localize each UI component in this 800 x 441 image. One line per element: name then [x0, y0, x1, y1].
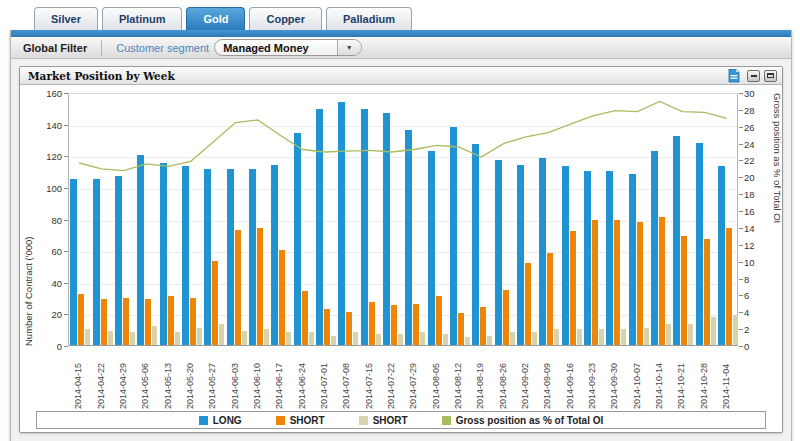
- bar-long: [584, 171, 591, 345]
- bar-short: [711, 317, 716, 345]
- tab-palladium[interactable]: Palladium: [326, 7, 412, 30]
- y-tick-mark-left: [64, 220, 68, 221]
- panel-header: Market Position by Week: [20, 67, 782, 85]
- plot-area: [68, 93, 738, 346]
- legend-item: SHORT: [276, 415, 325, 426]
- global-filter-label: Global Filter: [11, 42, 101, 54]
- y-tick-label-right: 22: [744, 155, 755, 166]
- bar-short: [525, 263, 531, 345]
- bar-short: [108, 331, 113, 345]
- print-icon[interactable]: [728, 69, 740, 83]
- y-tick-mark-left: [64, 93, 68, 94]
- y-tick-label-right: 8: [744, 274, 749, 285]
- bar-short: [465, 337, 470, 345]
- bar-short: [420, 332, 425, 345]
- legend-label: Gross position as % of Total OI: [456, 415, 604, 426]
- bar-short: [487, 336, 492, 345]
- x-tick-label: 2014-07-15: [364, 351, 374, 409]
- bar-short: [175, 332, 180, 345]
- minimize-icon[interactable]: [747, 70, 760, 82]
- legend-swatch: [359, 416, 368, 425]
- tab-gold[interactable]: Gold: [186, 7, 245, 30]
- bar-short: [369, 302, 375, 345]
- bar-long: [182, 166, 189, 345]
- customer-segment-value: Managed Money: [215, 42, 337, 54]
- bar-long: [405, 130, 412, 345]
- x-tick-label: 2014-04-29: [118, 351, 128, 409]
- bar-short: [644, 328, 649, 345]
- x-tick-label: 2014-08-26: [498, 351, 508, 409]
- x-tick-label: 2014-06-10: [252, 351, 262, 409]
- x-tick-label: 2014-05-20: [185, 351, 195, 409]
- bar-long: [160, 163, 167, 345]
- y-tick-mark-right: [739, 346, 743, 347]
- bar-long: [249, 169, 256, 345]
- y-tick-mark-left: [64, 283, 68, 284]
- y-tick-label-right: 16: [744, 206, 755, 217]
- bar-long: [70, 179, 77, 345]
- bar-short: [726, 228, 732, 345]
- customer-segment-dropdown[interactable]: Managed Money ▼: [214, 39, 362, 56]
- bar-short: [302, 291, 308, 345]
- y-tick-label-right: 2: [744, 324, 749, 335]
- x-tick-label: 2014-10-28: [699, 351, 709, 409]
- y-tick-mark-right: [739, 160, 743, 161]
- bar-short: [130, 332, 135, 345]
- bar-short: [436, 296, 442, 345]
- y-tick-label-left: 60: [20, 246, 62, 257]
- y-tick-mark-right: [739, 110, 743, 111]
- y-tick-mark-left: [64, 125, 68, 126]
- bar-short: [309, 332, 314, 345]
- bar-short: [391, 305, 397, 345]
- legend-label: SHORT: [373, 415, 408, 426]
- y-tick-label-right: 28: [744, 105, 755, 116]
- tab-silver[interactable]: Silver: [34, 7, 98, 30]
- bar-long: [204, 169, 211, 345]
- tab-copper[interactable]: Copper: [249, 7, 322, 30]
- bar-short: [152, 326, 157, 345]
- y-tick-mark-right: [739, 329, 743, 330]
- bar-short: [353, 332, 358, 345]
- legend-label: LONG: [213, 415, 242, 426]
- x-tick-label: 2014-06-24: [297, 351, 307, 409]
- y-tick-label-right: 6: [744, 290, 749, 301]
- right-axis-title: Gross position as % of Total OI: [772, 93, 783, 346]
- y-tick-label-right: 12: [744, 240, 755, 251]
- x-tick-label: 2014-09-23: [587, 351, 597, 409]
- x-tick-label: 2014-08-12: [453, 351, 463, 409]
- y-tick-mark-left: [64, 251, 68, 252]
- legend-swatch: [276, 416, 285, 425]
- legend-item: LONG: [199, 415, 242, 426]
- bar-short: [264, 329, 269, 345]
- x-tick-label: 2014-07-29: [408, 351, 418, 409]
- gridline: [69, 126, 737, 127]
- legend-label: SHORT: [290, 415, 325, 426]
- y-tick-mark-left: [64, 314, 68, 315]
- y-tick-mark-right: [739, 127, 743, 128]
- y-tick-label-left: 80: [20, 215, 62, 226]
- x-tick-label: 2014-05-06: [140, 351, 150, 409]
- global-filter-bar: Global Filter Customer segment Managed M…: [11, 37, 791, 59]
- x-tick-label: 2014-10-21: [676, 351, 686, 409]
- chevron-down-icon[interactable]: ▼: [337, 40, 361, 55]
- bar-short: [413, 304, 419, 345]
- y-tick-mark-right: [739, 279, 743, 280]
- bar-short: [733, 315, 738, 345]
- y-tick-mark-left: [64, 188, 68, 189]
- y-tick-mark-right: [739, 194, 743, 195]
- tab-platinum[interactable]: Platinum: [102, 7, 182, 30]
- market-position-chart: Number of Contract ('000) Gross position…: [20, 85, 782, 432]
- bar-short: [704, 239, 710, 345]
- collapse-icon[interactable]: [764, 70, 777, 82]
- bar-short: [621, 329, 626, 345]
- bar-long: [450, 127, 457, 345]
- bar-short: [123, 298, 129, 345]
- y-tick-label-right: 20: [744, 172, 755, 183]
- y-tick-label-left: 120: [20, 151, 62, 162]
- x-tick-label: 2014-11-04: [721, 351, 731, 409]
- panel-icons: [728, 69, 777, 83]
- x-tick-label: 2014-07-01: [319, 351, 329, 409]
- customer-segment-label: Customer segment: [116, 42, 209, 54]
- y-tick-label-right: 30: [744, 88, 755, 99]
- x-tick-label: 2014-09-16: [565, 351, 575, 409]
